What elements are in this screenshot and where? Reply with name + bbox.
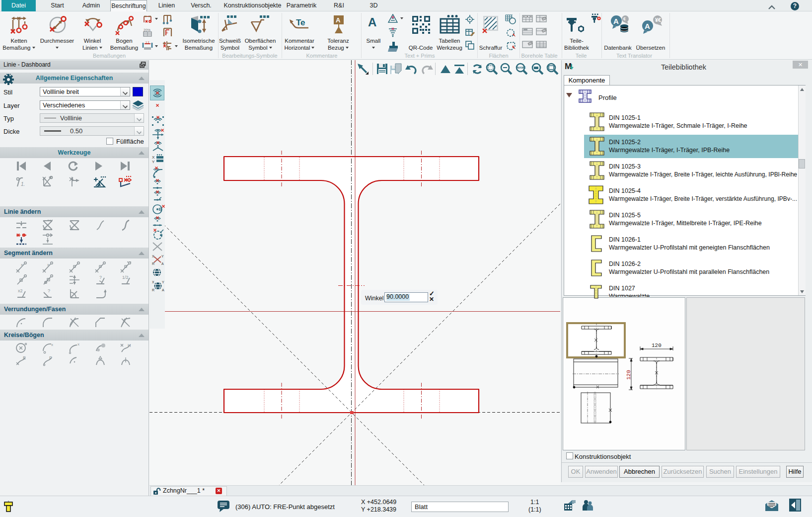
svg-text:x2: x2	[18, 288, 23, 293]
svg-text:A: A	[336, 16, 341, 24]
svg-text:P: P	[49, 355, 52, 360]
svg-text:?: ?	[48, 288, 50, 293]
svg-text:Y: Y	[152, 160, 155, 164]
svg-text:H: H	[128, 343, 131, 348]
svg-text:?: ?	[99, 275, 102, 280]
svg-text:Te: Te	[296, 18, 305, 27]
svg-text:20%: 20%	[144, 28, 150, 32]
svg-text:A: A	[645, 22, 650, 30]
svg-text:1 2: 1 2	[146, 41, 149, 44]
svg-text:120: 120	[652, 343, 662, 348]
svg-text:A: A	[161, 262, 164, 265]
svg-text:R: R	[152, 288, 154, 291]
svg-text:120: 120	[626, 370, 632, 380]
svg-text:X: X	[152, 255, 154, 258]
svg-text:x: x	[21, 262, 23, 267]
svg-text:€: €	[623, 16, 626, 21]
svg-text:R: R	[152, 262, 154, 265]
svg-text:Y: Y	[162, 280, 164, 284]
svg-text:Y: Y	[161, 255, 164, 258]
svg-text:A: A	[613, 17, 619, 25]
svg-text:x: x	[47, 262, 49, 267]
svg-text:A: A	[162, 288, 164, 291]
svg-text:X: X	[152, 155, 155, 160]
svg-text:M: M	[565, 62, 572, 71]
svg-text:1.: 1.	[21, 181, 25, 187]
svg-text:NAME: NAME	[517, 66, 526, 69]
svg-text:¥€: ¥€	[655, 17, 661, 23]
svg-text:E: E	[23, 355, 26, 360]
svg-text:F: F	[166, 31, 168, 34]
svg-text:x: x	[77, 342, 79, 346]
svg-text:1/2: 1/2	[122, 275, 129, 280]
svg-text:x: x	[51, 343, 53, 347]
svg-text:X: X	[152, 280, 154, 284]
